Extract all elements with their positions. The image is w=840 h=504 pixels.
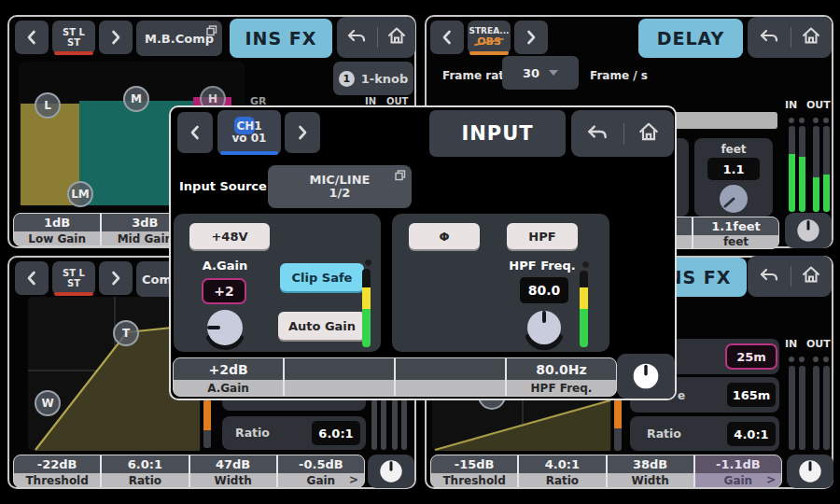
bl-channel-select-button[interactable]: ST L ST	[52, 261, 95, 295]
mixer-screen: ST L ST M.B.Comp INS FX L M H LM 1 1-kno…	[0, 0, 840, 504]
ratio-label: Ratio	[235, 426, 270, 440]
footer-cell[interactable]: 80.0HzHPF Freq.	[505, 358, 616, 396]
tl-prev-channel-button[interactable]	[15, 21, 49, 54]
chevron-left-icon	[25, 270, 38, 287]
again-label: A.Gain	[189, 259, 260, 273]
modal-next-channel-button[interactable]	[285, 112, 320, 153]
modal-assign-knob-button[interactable]	[617, 354, 675, 399]
frame-rate-unit: Frame / s	[590, 69, 648, 82]
clip-led	[813, 357, 819, 362]
tl-channel-line1: ST L	[63, 27, 85, 37]
modal-channel-color-strip	[220, 151, 278, 155]
footer-cell-selected[interactable]: -1.1dB Gain>	[693, 455, 781, 487]
hpf-knob[interactable]	[522, 306, 567, 351]
bl-next-channel-button[interactable]	[99, 261, 133, 295]
chevron-right-icon	[525, 29, 538, 46]
footer-cell[interactable]: 38dBWidth	[606, 455, 693, 487]
threshold-handle[interactable]: T	[113, 320, 139, 346]
ratio-value[interactable]: 6.0:1	[312, 421, 360, 445]
feet-knob[interactable]	[717, 182, 750, 216]
in-meter	[799, 366, 805, 450]
home-button[interactable]	[801, 265, 821, 287]
delay-feet-box: feet 1.1	[694, 138, 773, 217]
out-meter	[823, 366, 830, 450]
br-assign-knob-button[interactable]	[787, 455, 833, 488]
chevron-right-icon	[109, 29, 122, 46]
again-value[interactable]: +2	[202, 278, 246, 304]
footer-cell[interactable]	[283, 358, 394, 396]
bl-prev-channel-button[interactable]	[15, 261, 49, 295]
tl-next-channel-button[interactable]	[99, 21, 133, 54]
clip-safe-button[interactable]: Clip Safe	[280, 263, 364, 291]
clip-led	[823, 118, 829, 123]
auto-gain-button[interactable]: Auto Gain	[278, 312, 366, 340]
footer-cell[interactable]: 6.0:1Ratio	[100, 455, 188, 487]
clip-led	[799, 357, 805, 362]
mid-band-handle[interactable]: M	[123, 86, 149, 112]
footer-cell[interactable]: 1.1feetfeet	[692, 217, 778, 248]
hpf-freq-value[interactable]: 80.0	[520, 277, 568, 303]
release-label-fragment: e	[678, 389, 685, 402]
br-footer-row: -15dBThreshold 4.0:1Ratio 38dBWidth -1.1…	[430, 455, 782, 488]
modal-nav-box	[571, 110, 674, 157]
divider	[791, 266, 791, 287]
one-knob-button[interactable]: 1 1-knob	[333, 62, 413, 95]
tr-channel-select-button[interactable]: STREA... OBS	[468, 21, 511, 54]
release-value[interactable]: 165m	[727, 383, 776, 407]
frame-rate-value: 30	[523, 66, 539, 80]
copy-icon	[206, 25, 217, 36]
again-knob[interactable]	[202, 305, 248, 352]
attack-value-selected[interactable]: 25m	[725, 343, 777, 370]
divider	[377, 27, 378, 48]
ratio-value[interactable]: 4.0:1	[727, 422, 776, 446]
footer-cell[interactable]: +2dBA.Gain	[174, 358, 283, 396]
footer-cell[interactable]: -22dBThreshold	[14, 455, 100, 487]
feet-value[interactable]: 1.1	[707, 158, 760, 180]
home-button[interactable]	[386, 26, 407, 49]
undo-button[interactable]	[345, 25, 368, 49]
out-meter	[392, 399, 398, 450]
width-handle[interactable]: W	[35, 390, 61, 416]
hpf-button[interactable]: HPF	[507, 223, 578, 249]
footer-cell[interactable]: -15dBThreshold	[431, 455, 517, 487]
input-source-button[interactable]: MIC/LINE 1/2	[268, 165, 412, 208]
tr-meter-in-label: IN	[785, 99, 797, 111]
phase-button[interactable]: Φ	[409, 223, 480, 249]
divider	[791, 27, 791, 48]
undo-button[interactable]	[585, 120, 609, 147]
home-button[interactable]	[637, 121, 660, 146]
home-button[interactable]	[801, 26, 821, 49]
frame-rate-dropdown[interactable]: 30	[502, 56, 579, 90]
low-band-handle[interactable]: L	[35, 92, 61, 119]
clip-led	[813, 118, 819, 123]
footer-cell[interactable]: 47dBWidth	[189, 455, 276, 487]
lowmid-band-handle[interactable]: LM	[67, 181, 93, 207]
tr-page-title: DELAY	[638, 19, 743, 58]
chevron-left-icon	[189, 124, 202, 141]
undo-button[interactable]	[758, 264, 780, 288]
modal-prev-channel-button[interactable]	[177, 112, 213, 153]
out-meter	[401, 399, 407, 450]
one-knob-label: 1-knob	[361, 72, 409, 86]
input-source-label: Input Source	[179, 179, 267, 193]
tl-channel-select-button[interactable]: ST L ST	[52, 21, 95, 54]
divider	[623, 123, 624, 144]
tl-plugin-select-button[interactable]: M.B.Comp	[136, 21, 222, 56]
footer-cell[interactable]: -0.5dB Gain>	[276, 455, 364, 487]
tr-next-channel-button[interactable]	[514, 21, 548, 54]
footer-cell[interactable]: 4.0:1Ratio	[517, 455, 605, 487]
more-chevron-icon[interactable]: >	[349, 473, 358, 486]
tr-prev-channel-button[interactable]	[430, 21, 464, 54]
br-ratio-row: Ratio 4.0:1	[630, 416, 779, 451]
footer-cell[interactable]	[394, 358, 505, 396]
footer-cell[interactable]: 1dBLow Gain	[14, 214, 100, 245]
modal-channel-select-button[interactable]: CH1 vo 01	[217, 110, 281, 155]
copy-icon	[395, 170, 406, 181]
modal-channel-line2: vo 01	[232, 133, 267, 145]
out-meter	[813, 366, 819, 450]
more-chevron-icon[interactable]: >	[766, 473, 776, 486]
undo-button[interactable]	[758, 25, 780, 49]
bl-assign-knob-button[interactable]	[368, 455, 414, 488]
phantom-48v-button[interactable]: +48V	[189, 223, 270, 249]
tr-assign-knob-button[interactable]	[785, 213, 832, 248]
